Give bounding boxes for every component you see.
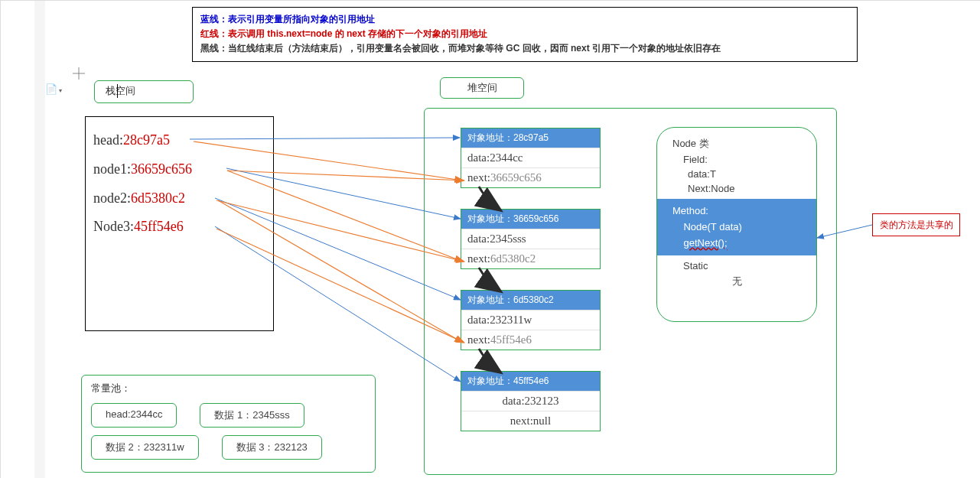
stack-space-label: 栈空间 <box>94 80 194 103</box>
stack-row: Node3:45ff54e6 <box>93 213 265 242</box>
object-data: data:2344cc <box>461 148 600 167</box>
heap-object-3: 对象地址：6d5380c2 data:232311w next:45ff54e6 <box>461 290 601 350</box>
text-cursor <box>117 84 118 98</box>
object-header: 对象地址：28c97a5 <box>461 128 600 148</box>
constant-pool-title: 常量池： <box>91 382 366 395</box>
object-header: 对象地址：45ff54e6 <box>461 372 600 391</box>
object-next: next:null <box>461 411 600 431</box>
heap-object-1: 对象地址：28c97a5 data:2344cc next:36659c656 <box>461 128 601 188</box>
stack-box: head:28c97a5 node1:36659c656 node2:6d538… <box>85 116 274 331</box>
class-method-block: Method: Node(T data) getNext(); <box>657 199 816 255</box>
document-icon: 📄▾ <box>45 83 62 95</box>
heap-object-2: 对象地址：36659c656 data:2345sss next:6d5380c… <box>461 209 601 269</box>
class-definition-box: Node 类 Field: data:T Next:Node Method: N… <box>656 127 817 322</box>
legend-red-line: 红线：表示调用 this.next=node 的 next 存储的下一个对象的引… <box>200 27 849 41</box>
class-field-label: Field: <box>657 152 816 167</box>
class-static-label: Static <box>657 259 816 273</box>
object-next: next:45ff54e6 <box>461 330 600 350</box>
stack-row: node1:36659c656 <box>93 155 265 184</box>
object-data: data:2345sss <box>461 229 600 249</box>
class-title: Node 类 <box>657 135 816 152</box>
gutter <box>34 1 45 478</box>
class-field: data:T <box>657 167 816 181</box>
legend-black-line: 黑线：当红线结束后（方法结束后），引用变量名会被回收，而堆对象等待 GC 回收，… <box>200 41 849 56</box>
object-data: data:232311w <box>461 310 600 330</box>
object-header: 对象地址：36659c656 <box>461 210 600 229</box>
object-next: next:36659c656 <box>461 167 600 187</box>
heap-space-label: 堆空间 <box>440 77 524 99</box>
class-static-none: 无 <box>657 273 816 290</box>
constant-pool: 常量池： head:2344cc 数据 1：2345sss 数据 2：23231… <box>81 375 376 473</box>
diagram-canvas: 📄▾ 蓝线：表示引用变量所指向对象的引用地址 红线：表示调用 this.next… <box>0 0 980 478</box>
object-data: data:232123 <box>461 391 600 411</box>
object-next: next:6d5380c2 <box>461 249 600 268</box>
legend-blue-line: 蓝线：表示引用变量所指向对象的引用地址 <box>200 12 849 27</box>
stack-row: node2:6d5380c2 <box>93 184 265 213</box>
tip-box: 类的方法是共享的 <box>872 213 960 236</box>
const-item: 数据 1：2345sss <box>200 403 304 428</box>
const-item: 数据 2：232311w <box>91 435 199 460</box>
const-item: head:2344cc <box>91 403 177 428</box>
legend-box: 蓝线：表示引用变量所指向对象的引用地址 红线：表示调用 this.next=no… <box>192 7 858 62</box>
class-field: Next:Node <box>657 181 816 196</box>
object-header: 对象地址：6d5380c2 <box>461 291 600 310</box>
heap-object-4: 对象地址：45ff54e6 data:232123 next:null <box>461 371 601 431</box>
stack-row: head:28c97a5 <box>93 126 265 155</box>
const-item: 数据 3：232123 <box>222 435 322 460</box>
